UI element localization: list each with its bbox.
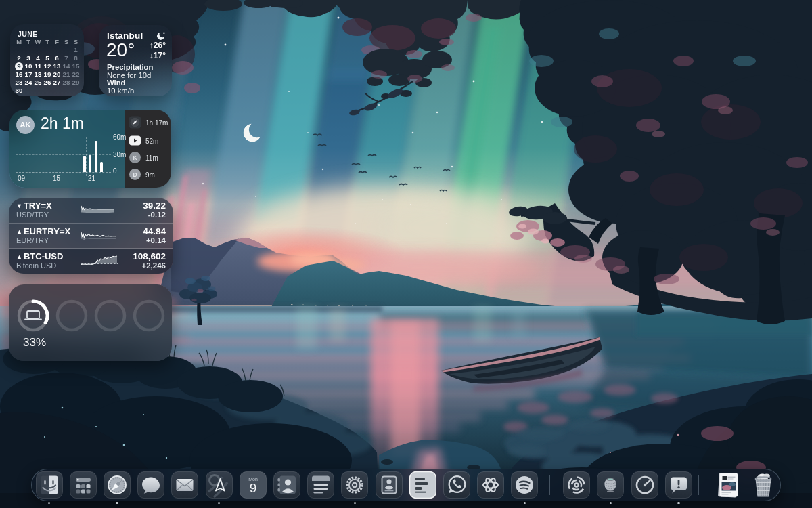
svg-text:9: 9 (249, 481, 256, 495)
svg-text:D: D (133, 171, 137, 178)
svg-text:K: K (133, 154, 137, 161)
